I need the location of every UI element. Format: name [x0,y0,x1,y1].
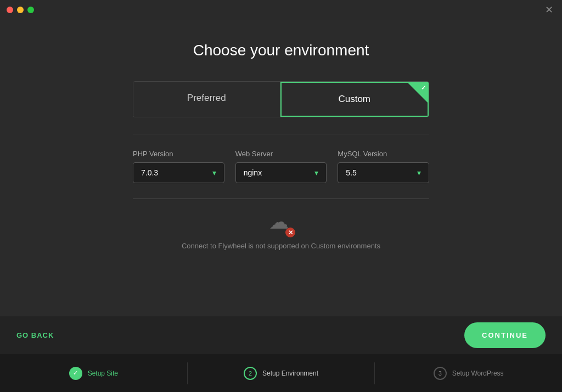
php-version-value: 7.0.3 [141,168,158,177]
step-1-circle: ✓ [69,367,82,380]
php-dropdown-arrow: ▾ [212,168,216,177]
mysql-version-value: 5.5 [346,168,356,177]
web-server-dropdown[interactable]: nginx ▾ [235,162,327,183]
continue-button[interactable]: CONTINUE [464,322,546,348]
web-server-value: nginx [244,168,262,177]
check-corner-icon: ✓ [421,84,426,92]
window-close-button[interactable]: ✕ [545,5,553,15]
tab-custom[interactable]: Custom ✓ [280,82,429,117]
mysql-version-label: MySQL Version [338,150,429,158]
flywheel-notice: ☁ ✕ Connect to Flywheel is not supported… [182,212,380,250]
step-2-circle: 2 [244,367,257,380]
php-version-dropdown[interactable]: 7.0.3 ▾ [133,162,224,183]
webserver-dropdown-arrow: ▾ [314,168,318,177]
preferred-tab-label: Preferred [187,93,226,103]
dropdowns-row: PHP Version 7.0.3 ▾ Web Server nginx ▾ M… [133,150,429,183]
php-version-label: PHP Version [133,150,224,158]
web-server-group: Web Server nginx ▾ [235,150,327,183]
flywheel-notice-text: Connect to Flywheel is not supported on … [182,242,380,250]
go-back-button[interactable]: GO BACK [16,331,54,339]
step-2-label: Setup Environment [262,370,318,377]
divider-top [133,134,429,134]
tab-preferred[interactable]: Preferred [133,82,280,117]
custom-tab-label: Custom [338,94,370,104]
step-3-label: Setup WordPress [452,370,504,377]
php-version-group: PHP Version 7.0.3 ▾ [133,150,224,183]
traffic-lights [7,7,34,13]
close-traffic-light[interactable] [7,7,13,13]
divider-bottom [133,198,429,199]
mysql-dropdown-arrow: ▾ [417,168,421,177]
titlebar: ✕ [0,0,562,20]
step-1: ✓ Setup Site [0,367,187,380]
x-badge-icon: ✕ [285,228,295,237]
footer-actions: GO BACK CONTINUE [0,316,562,354]
step-3: 3 Setup WordPress [375,367,562,380]
environment-tabs: Preferred Custom ✓ [133,81,429,117]
web-server-label: Web Server [235,150,327,158]
page-title: Choose your environment [193,42,369,59]
maximize-traffic-light[interactable] [27,7,34,13]
main-content: Choose your environment Preferred Custom… [0,20,562,354]
minimize-traffic-light[interactable] [17,7,24,13]
flywheel-icon-container: ☁ ✕ [269,212,293,236]
step-1-label: Setup Site [88,370,118,377]
bottom-step-bar: ✓ Setup Site 2 Setup Environment 3 Setup… [0,354,562,392]
mysql-version-group: MySQL Version 5.5 ▾ [338,150,429,183]
mysql-version-dropdown[interactable]: 5.5 ▾ [338,162,429,183]
step-3-circle: 3 [434,367,447,380]
step-2: 2 Setup Environment [188,367,375,380]
